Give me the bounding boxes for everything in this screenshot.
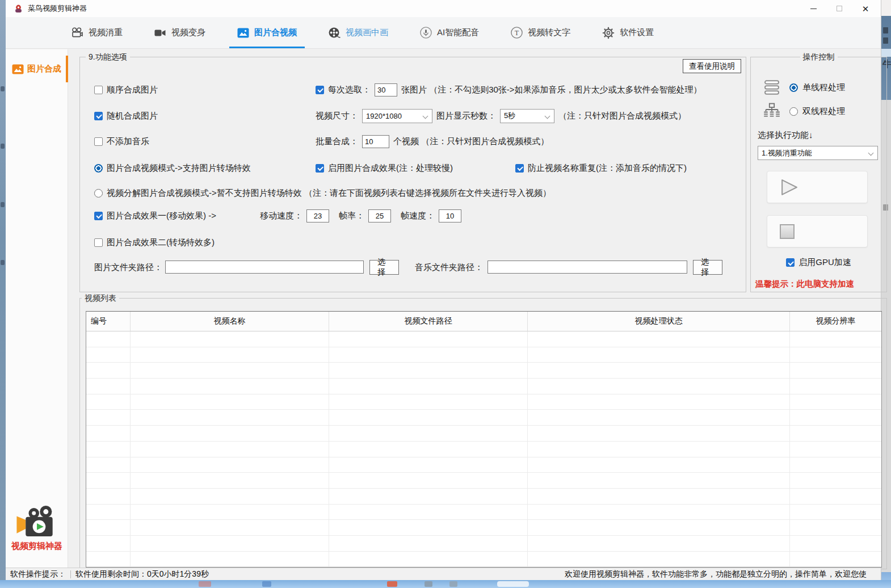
video-split-mode-radio[interactable] [94, 189, 103, 198]
tab-video-pip[interactable]: 视频画中画 [329, 17, 388, 48]
video-table-body[interactable] [86, 331, 881, 567]
single-thread-radio[interactable] [789, 83, 798, 92]
table-row[interactable] [86, 442, 881, 457]
table-row[interactable] [86, 473, 881, 489]
options-row: 视频分解图片合成视频模式->暂不支持图片转场特效 （注：请在下面视频列表右键选择… [94, 186, 741, 200]
pick-count-input[interactable] [375, 83, 397, 96]
table-row[interactable] [86, 410, 881, 426]
column-header-status[interactable]: 视频处理状态 [528, 312, 790, 331]
music-folder-input[interactable] [487, 261, 687, 274]
move-speed-input[interactable] [306, 209, 329, 222]
taskbar-icon-fragment [449, 581, 457, 587]
column-header-id[interactable]: 编号 [86, 312, 131, 331]
seconds-select[interactable]: 5秒 [500, 109, 554, 123]
column-header-path[interactable]: 视频文件路径 [329, 312, 528, 331]
table-cell [790, 394, 881, 410]
video-size-select[interactable]: 1920*1080 [362, 109, 432, 123]
table-row[interactable] [86, 489, 881, 505]
table-cell [131, 520, 329, 535]
tab-video-dedup[interactable]: 视频消重 [71, 17, 123, 48]
tab-label: 图片合视频 [254, 27, 297, 38]
random-compose-checkbox[interactable] [94, 112, 103, 120]
table-cell [528, 394, 790, 410]
table-row[interactable] [86, 520, 881, 536]
unique-name-label: 防止视频名称重复(注：添加音乐的情况下) [528, 163, 687, 174]
taskbar [0, 580, 891, 588]
music-folder-choose-button[interactable]: 选择 [693, 260, 722, 275]
table-row[interactable] [86, 505, 881, 520]
image-video-mode-radio[interactable] [94, 164, 103, 173]
table-cell [86, 520, 131, 535]
gpu-row: 启用GPU加速 [751, 257, 886, 268]
tab-label: AI智能配音 [437, 27, 479, 38]
table-cell [329, 331, 528, 347]
function-select[interactable]: 1.视频消重功能 [758, 146, 878, 160]
single-thread-row: 单线程处理 [763, 79, 845, 96]
table-cell [329, 426, 528, 441]
unique-name-checkbox[interactable] [515, 164, 524, 173]
maximize-button[interactable] [826, 0, 852, 17]
table-row[interactable] [86, 536, 881, 552]
desktop-icon-fragment [1, 86, 5, 91]
batch-count-input[interactable] [362, 135, 389, 148]
effect-two-checkbox[interactable] [94, 238, 103, 247]
no-music-checkbox[interactable] [94, 137, 103, 146]
tab-settings[interactable]: 软件设置 [602, 17, 654, 48]
start-button[interactable] [767, 171, 868, 203]
frame-speed-input[interactable] [439, 209, 461, 222]
dual-thread-radio[interactable] [789, 107, 798, 116]
control-panel: 操作控制 单线程处理 [750, 57, 887, 292]
video-list-panel: 视频列表 编号 视频名称 视频文件路径 视频处理状态 视频分辨率 [79, 298, 887, 569]
table-row[interactable] [86, 394, 881, 410]
table-row[interactable] [86, 363, 881, 379]
table-cell [528, 379, 790, 394]
table-row[interactable] [86, 426, 881, 442]
fps-input[interactable] [368, 209, 391, 222]
options-row: 随机合成图片 视频尺寸： 1920*1080 图片显示秒数： 5秒 （注：只针对… [94, 108, 741, 123]
pick-count-note: 张图片 （注：不勾选则30张->如果添加音乐，图片太少或太多软件会智能处理） [401, 85, 702, 95]
column-header-resolution[interactable]: 视频分辨率 [790, 312, 881, 331]
taskbar-icon-fragment [497, 581, 529, 587]
tab-ai-dubbing[interactable]: AI智能配音 [420, 17, 479, 48]
movie-camera-icon [71, 27, 83, 38]
table-cell [86, 363, 131, 378]
enable-effect-checkbox[interactable] [316, 164, 324, 173]
table-row[interactable] [86, 347, 881, 363]
table-cell [790, 457, 881, 473]
function-select-value: 1.视频消重功能 [762, 148, 812, 158]
table-row[interactable] [86, 379, 881, 394]
column-header-name[interactable]: 视频名称 [131, 312, 329, 331]
video-table[interactable]: 编号 视频名称 视频文件路径 视频处理状态 视频分辨率 [86, 311, 882, 568]
minimize-button[interactable] [800, 0, 826, 17]
window-controls: ✕ [800, 0, 879, 17]
pick-count-checkbox[interactable] [316, 86, 324, 94]
sidebar-item-image-compose[interactable]: 图片合成 [6, 56, 68, 82]
logo-label: 视频剪辑神器 [6, 541, 68, 552]
window-title: 菜鸟视频剪辑神器 [28, 3, 87, 14]
sequential-compose-checkbox[interactable] [94, 86, 103, 94]
table-cell [131, 379, 329, 394]
video-list-legend: 视频列表 [82, 293, 119, 304]
options-row: 顺序合成图片 每次选取： 张图片 （注：不勾选则30张->如果添加音乐，图片太少… [94, 82, 741, 97]
table-row[interactable] [86, 457, 881, 473]
table-cell [528, 410, 790, 425]
options-row: 图片合成视频模式->支持图片转场特效 启用图片合成效果(注：处理较慢) 防止视频… [94, 161, 741, 175]
tab-image-to-video[interactable]: 图片合视频 [237, 17, 297, 48]
image-folder-input[interactable] [165, 261, 364, 274]
image-folder-label: 图片文件夹路径： [94, 262, 162, 273]
effect-one-label: 图片合成效果一(移动效果) -> [107, 211, 216, 221]
table-row[interactable] [86, 331, 881, 347]
tab-video-to-text[interactable]: T 视频转文字 [511, 17, 570, 48]
close-button[interactable]: ✕ [852, 0, 879, 17]
tab-video-transform[interactable]: 视频变身 [154, 17, 205, 48]
table-row[interactable] [86, 552, 881, 567]
help-button[interactable]: 查看使用说明 [683, 59, 741, 73]
effect-one-checkbox[interactable] [94, 212, 103, 220]
table-cell [131, 442, 329, 457]
stop-button[interactable] [767, 215, 868, 247]
enable-effect-label: 启用图片合成效果(注：处理较慢) [328, 163, 453, 174]
image-folder-choose-button[interactable]: 选择 [369, 260, 399, 275]
taskbar-icon-fragment [425, 581, 432, 587]
gpu-checkbox[interactable] [786, 258, 795, 267]
video-table-header: 编号 视频名称 视频文件路径 视频处理状态 视频分辨率 [86, 312, 881, 331]
